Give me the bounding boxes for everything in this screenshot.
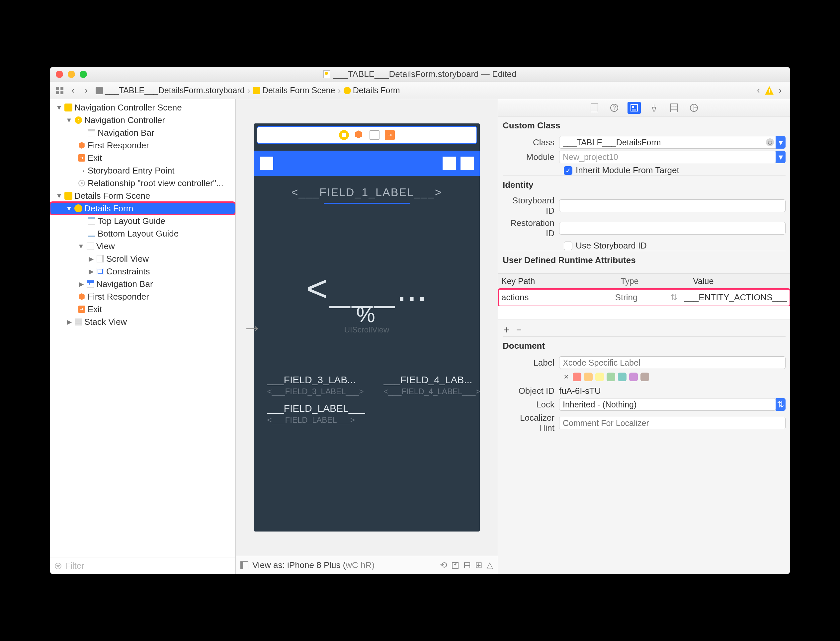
forward-icon[interactable]: › <box>80 85 93 97</box>
use-storyboard-id-checkbox[interactable]: ✓Use Storyboard ID <box>564 240 785 251</box>
svg-rect-12 <box>88 217 95 219</box>
outline-nav-bar[interactable]: Navigation Bar <box>50 126 236 139</box>
outline-stack-view[interactable]: ▶Stack View <box>50 316 236 328</box>
outline-view[interactable]: ▼View <box>50 240 236 253</box>
view-as-label[interactable]: View as: iPhone 8 Plus (wC hR) <box>252 560 375 570</box>
prev-issue-icon[interactable]: ‹ <box>752 85 765 97</box>
svg-rect-3 <box>60 91 63 94</box>
breadcrumb[interactable]: ___TABLE___DetailsForm.storyboard › Deta… <box>95 85 752 96</box>
outline-nav-scene[interactable]: ▼Navigation Controller Scene <box>50 101 236 114</box>
swatch[interactable] <box>607 373 615 381</box>
doc-label-input[interactable] <box>559 356 785 369</box>
embed-icon[interactable] <box>451 561 459 569</box>
module-input[interactable] <box>559 151 776 163</box>
cube-icon[interactable] <box>354 130 364 140</box>
refresh-icon[interactable]: ⟲ <box>440 560 447 570</box>
outline-scroll-view[interactable]: ▶Scroll View <box>50 253 236 265</box>
outline-filter[interactable]: Filter <box>50 557 236 574</box>
outline-entry-point[interactable]: →Storyboard Entry Point <box>50 164 236 177</box>
svg-rect-24 <box>75 319 82 320</box>
attributes-inspector-icon[interactable] <box>648 102 661 114</box>
field-3-sub: <___FIELD_3_LABEL___> <box>267 387 364 396</box>
viewcontroller-icon[interactable] <box>339 130 349 140</box>
pin-icon[interactable]: ⊞ <box>475 560 482 570</box>
identity-inspector-icon[interactable] <box>627 102 641 114</box>
localizer-hint-input[interactable] <box>559 417 785 429</box>
svg-rect-0 <box>56 87 59 90</box>
placeholder-icon[interactable] <box>370 130 380 140</box>
inspector: ? Custom Class Class ○ ▾ Module <box>498 99 790 574</box>
outline-exit[interactable]: Exit <box>50 151 236 164</box>
svg-rect-2 <box>56 91 59 94</box>
class-label: Class <box>503 137 559 148</box>
scene-preview[interactable]: <___FIELD_1_LABEL___> <___... % UIScroll… <box>254 123 480 531</box>
udra-value[interactable]: ___ENTITY_ACTIONS___ <box>681 289 790 306</box>
swatch[interactable] <box>584 373 593 381</box>
help-inspector-icon[interactable]: ? <box>607 102 621 114</box>
outline-nav-controller[interactable]: ▼‹Navigation Controller <box>50 114 236 126</box>
resolve-icon[interactable]: △ <box>486 560 493 570</box>
clear-icon[interactable]: ○ <box>766 139 774 146</box>
file-inspector-icon[interactable] <box>588 102 601 114</box>
outline-exit-2[interactable]: Exit <box>50 303 236 316</box>
swatch[interactable] <box>640 373 649 381</box>
outline-first-responder[interactable]: First Responder <box>50 139 236 151</box>
storyboard-id-input[interactable] <box>559 200 785 212</box>
object-id-label: Object ID <box>503 386 559 396</box>
outline-top-guide[interactable]: Top Layout Guide <box>50 215 236 227</box>
connections-inspector-icon[interactable] <box>687 102 701 114</box>
size-inspector-icon[interactable] <box>667 102 681 114</box>
svg-rect-37 <box>632 106 634 108</box>
inherit-module-checkbox[interactable]: ✓Inherit Module From Target <box>564 165 785 176</box>
chevron-down-icon[interactable]: ▾ <box>775 136 785 149</box>
back-icon[interactable]: ‹ <box>66 85 80 97</box>
warning-icon[interactable]: ! <box>765 86 774 95</box>
swatch[interactable] <box>618 373 627 381</box>
restoration-id-label: Restoration ID <box>503 218 559 238</box>
outline-relationship[interactable]: Relationship "root view controller"... <box>50 177 236 190</box>
udra-header: User Defined Runtime Attributes <box>503 251 785 269</box>
titlebar: ___TABLE___DetailsForm.storyboard — Edit… <box>50 67 790 82</box>
breadcrumb-form[interactable]: Details Form <box>353 85 400 95</box>
swatch[interactable] <box>595 373 604 381</box>
class-input[interactable] <box>559 136 778 149</box>
scene-dock[interactable] <box>257 126 477 144</box>
breadcrumb-file[interactable]: ___TABLE___DetailsForm.storyboard <box>105 85 245 95</box>
canvas-bottom-bar: View as: iPhone 8 Plus (wC hR) ⟲ ⊞ △ <box>236 556 498 574</box>
canvas-area[interactable]: → <___FIELD_1_LABEL___> <box>236 99 498 556</box>
lock-label: Lock <box>503 399 559 410</box>
svg-text:‹: ‹ <box>89 281 90 286</box>
related-items-icon[interactable] <box>53 85 66 97</box>
udra-keypath[interactable]: actions <box>498 289 612 306</box>
outline-details-form[interactable]: ▼Details Form <box>50 202 236 215</box>
outline-details-scene[interactable]: ▼Details Form Scene <box>50 190 236 202</box>
align-icon[interactable] <box>463 561 471 569</box>
udra-row-actions[interactable]: actions String⇅ ___ENTITY_ACTIONS___ <box>498 289 790 306</box>
outline-tree[interactable]: ▼Navigation Controller Scene ▼‹Navigatio… <box>50 99 236 557</box>
outline-toggle-icon[interactable] <box>241 561 248 569</box>
swatch[interactable] <box>629 373 638 381</box>
filter-icon <box>55 562 62 570</box>
udra-type[interactable]: String⇅ <box>612 289 681 306</box>
chevron-down-icon[interactable]: ⇅ <box>775 398 785 411</box>
outline-bottom-guide[interactable]: Bottom Layout Guide <box>50 227 236 240</box>
outline-first-responder-2[interactable]: First Responder <box>50 290 236 303</box>
next-issue-icon[interactable]: › <box>774 85 787 97</box>
viewcontroller-icon <box>344 87 351 94</box>
add-icon[interactable]: ＋ <box>501 323 511 337</box>
entry-point-arrow-icon[interactable]: → <box>242 316 262 339</box>
outline-constraints[interactable]: ▶Constraints <box>50 265 236 278</box>
outline-nav-bar-2[interactable]: ▶‹Navigation Bar <box>50 278 236 290</box>
jump-bar-right: ‹ ! › <box>752 85 787 97</box>
breadcrumb-scene[interactable]: Details Form Scene <box>262 85 335 95</box>
field-sub: <___FIELD_LABEL___> <box>267 416 467 425</box>
exit-icon[interactable] <box>385 130 395 140</box>
lock-select[interactable] <box>559 398 776 411</box>
svg-rect-1 <box>60 87 63 90</box>
remove-icon[interactable]: － <box>514 323 524 337</box>
clear-color-icon[interactable]: × <box>564 372 569 382</box>
restoration-id-input[interactable] <box>559 222 785 235</box>
swatch[interactable] <box>573 373 582 381</box>
chevron-down-icon[interactable]: ▾ <box>775 151 785 163</box>
nav-item-icon <box>260 156 273 170</box>
